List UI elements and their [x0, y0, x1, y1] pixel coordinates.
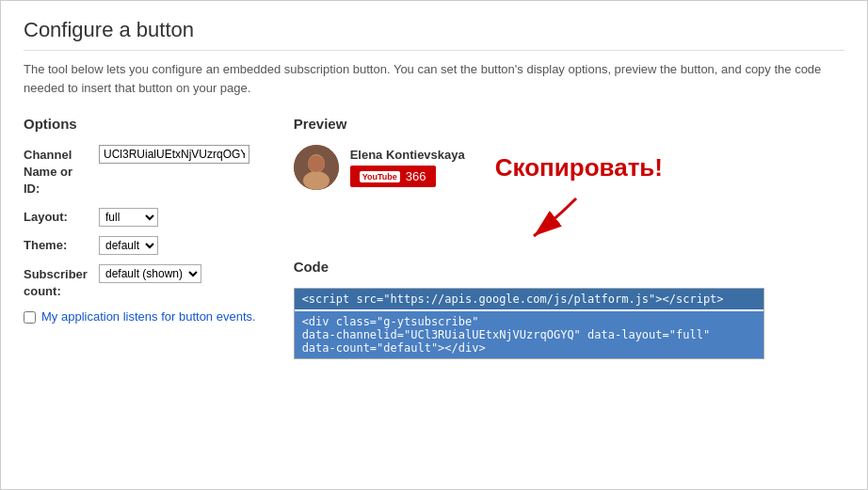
subscriber-option-row: Subscribercount: default (shown) hidden — [24, 264, 256, 300]
checkbox-row: My application listens for button events… — [24, 309, 256, 324]
copy-text: Скопировать! — [495, 153, 663, 182]
subscriber-label: Subscribercount: — [24, 264, 99, 300]
main-content: Options ChannelName orID: Layout: full d… — [24, 116, 844, 359]
events-checkbox[interactable] — [24, 311, 36, 324]
code-script-line: <script src="https://apis.google.com/js/… — [295, 289, 764, 309]
avatar — [294, 145, 339, 190]
subscribe-button[interactable]: YouTube 366 — [350, 166, 436, 187]
layout-label: Layout: — [24, 208, 99, 224]
code-title: Code — [294, 259, 844, 275]
checkbox-label[interactable]: My application listens for button events… — [41, 309, 256, 324]
channel-name: Elena Kontievskaya — [350, 148, 465, 162]
code-div-line: <div class="g-ytsubscribe" data-channeli… — [295, 311, 764, 358]
layout-option-row: Layout: full default — [24, 208, 256, 227]
arrow-area — [520, 194, 844, 244]
page-container: Configure a button The tool below lets y… — [0, 0, 868, 490]
page-title: Configure a button — [24, 18, 844, 51]
channel-info: Elena Kontievskaya YouTube 366 — [350, 148, 465, 187]
theme-value: default dark — [99, 236, 158, 255]
preview-title: Preview — [294, 116, 844, 132]
channel-input[interactable] — [99, 145, 249, 164]
copy-annotation-area: Скопировать! — [486, 153, 663, 182]
layout-select[interactable]: full default — [99, 208, 158, 227]
svg-point-2 — [303, 171, 330, 190]
channel-option-row: ChannelName orID: — [24, 145, 256, 198]
theme-select[interactable]: default dark — [99, 236, 158, 255]
channel-value — [99, 145, 249, 164]
code-box: <script src="https://apis.google.com/js/… — [294, 288, 764, 359]
subscriber-select[interactable]: default (shown) hidden — [99, 264, 201, 283]
layout-value: full default — [99, 208, 158, 227]
right-panel: Preview Elena Kontievskaya — [294, 116, 844, 359]
theme-option-row: Theme: default dark — [24, 236, 256, 255]
options-title: Options — [24, 116, 256, 132]
svg-point-3 — [308, 155, 325, 172]
theme-label: Theme: — [24, 236, 99, 252]
subscriber-value: default (shown) hidden — [99, 264, 201, 283]
code-section: Code <script src="https://apis.google.co… — [294, 259, 844, 359]
yt-logo: YouTube — [360, 171, 400, 182]
subscriber-count: 366 — [406, 169, 426, 183]
channel-label: ChannelName orID: — [24, 145, 99, 198]
options-panel: Options ChannelName orID: Layout: full d… — [24, 116, 256, 359]
preview-section: Preview Elena Kontievskaya — [294, 116, 844, 244]
subscribe-area: YouTube 366 — [350, 166, 465, 187]
description-text: The tool below lets you configure an emb… — [24, 60, 844, 97]
preview-content: Elena Kontievskaya YouTube 366 Скопирова… — [294, 145, 844, 190]
